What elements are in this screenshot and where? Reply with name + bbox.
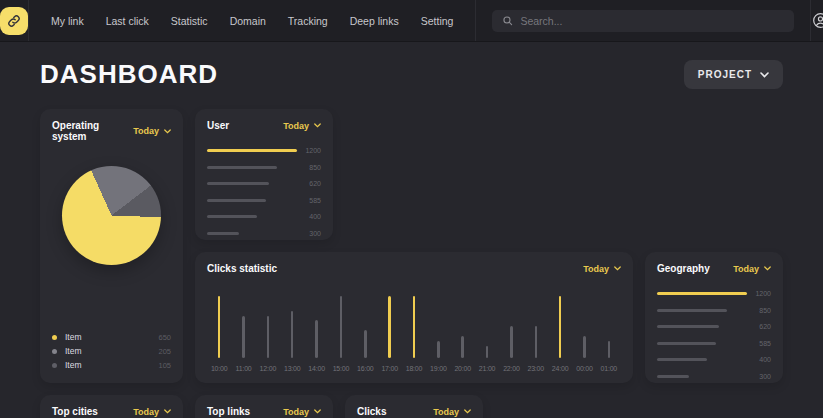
legend-dot (52, 349, 57, 354)
vbar-column: 22:00 (499, 326, 523, 372)
period-label: Today (133, 407, 159, 417)
project-button[interactable]: PROJECT (684, 60, 783, 89)
bar-value: 585 (297, 197, 321, 204)
chevron-down-icon (314, 123, 321, 128)
bar (583, 336, 586, 358)
search-zone (476, 0, 810, 41)
period-label: Today (583, 264, 609, 274)
vbar-column: 13:00 (280, 311, 304, 372)
project-button-label: PROJECT (698, 69, 752, 80)
legend-label: Item (65, 360, 82, 370)
bar-row: 585 (657, 340, 771, 347)
time-label: 01:00 (601, 365, 618, 372)
legend-value: 105 (158, 361, 171, 370)
bar-row: 850 (657, 307, 771, 314)
time-label: 15:00 (333, 365, 350, 372)
bar-row: 400 (657, 356, 771, 363)
period-dropdown[interactable]: Today (283, 407, 321, 417)
bar (207, 182, 269, 185)
time-label: 19:00 (430, 365, 447, 372)
time-label: 16:00 (357, 365, 374, 372)
vbar-column: 21:00 (475, 346, 499, 372)
period-label: Today (133, 126, 159, 136)
vbar-column: 00:00 (572, 336, 596, 372)
pie-chart (62, 166, 161, 265)
time-label: 22:00 (503, 365, 520, 372)
card-title: Top links (207, 406, 250, 417)
account-button[interactable] (810, 0, 823, 41)
vbar-column: 10:00 (207, 296, 231, 372)
card-title: Operating system (52, 120, 133, 142)
period-label: Today (283, 121, 309, 131)
nav-item[interactable]: Domain (230, 15, 266, 27)
bar-value: 620 (747, 323, 771, 330)
nav-item[interactable]: Statistic (171, 15, 208, 27)
vbar-column: 12:00 (256, 316, 280, 372)
bar (657, 342, 716, 345)
period-dropdown[interactable]: Today (133, 407, 171, 417)
bar (461, 336, 464, 358)
search[interactable] (492, 10, 794, 32)
period-label: Today (433, 407, 459, 417)
bar (207, 166, 277, 169)
cards-grid: Operating system Today Item 650 (40, 109, 783, 418)
period-dropdown[interactable]: Today (283, 121, 321, 131)
time-label: 20:00 (454, 365, 471, 372)
chevron-down-icon (164, 129, 171, 134)
period-dropdown[interactable]: Today (133, 126, 171, 136)
vbar-column: 16:00 (353, 330, 377, 372)
time-label: 17:00 (381, 365, 398, 372)
card-clicks-statistic: Clicks statistic Today 10:00 11:00 (195, 252, 633, 383)
time-label: 10:00 (211, 365, 228, 372)
bar-value: 400 (747, 356, 771, 363)
card-top-links: Top links Today 1200 850 (195, 395, 333, 418)
bar-value: 850 (747, 307, 771, 314)
nav-item[interactable]: Last click (106, 15, 149, 27)
search-icon (502, 15, 513, 26)
card-title: User (207, 120, 229, 131)
bar-row: 620 (657, 323, 771, 330)
bar (657, 358, 707, 361)
nav-item[interactable]: Deep links (350, 15, 399, 27)
bar (207, 149, 297, 152)
period-dropdown[interactable]: Today (583, 264, 621, 274)
bar (207, 232, 239, 235)
nav-item[interactable]: My link (51, 15, 84, 27)
logo[interactable] (0, 7, 28, 35)
bar-row: 300 (657, 373, 771, 380)
legend-dot (52, 363, 57, 368)
bar (657, 292, 747, 295)
vbar-column: 17:00 (377, 296, 401, 372)
card-top-cities: Top cities Today 1200 850 (40, 395, 183, 418)
bar (267, 316, 270, 358)
time-label: 11:00 (236, 365, 252, 372)
link-icon (7, 14, 21, 28)
legend-label: Item (65, 346, 82, 356)
card-title: Geography (657, 263, 710, 274)
vbar-column: 11:00 (231, 316, 255, 372)
bar-row: 585 (207, 197, 321, 204)
bar-row: 1200 (207, 147, 321, 154)
bar (510, 326, 513, 358)
nav-item[interactable]: Setting (421, 15, 454, 27)
bar-row: 300 (207, 230, 321, 237)
nav-item[interactable]: Tracking (288, 15, 328, 27)
time-label: 14:00 (308, 365, 325, 372)
page-head: DASHBOARD PROJECT (40, 59, 783, 90)
bar (218, 296, 221, 358)
bar-value: 620 (297, 180, 321, 187)
chevron-down-icon (614, 266, 621, 271)
bar (242, 316, 245, 358)
main-nav: My link Last click Statistic Domain Trac… (29, 0, 476, 41)
period-dropdown[interactable]: Today (733, 264, 771, 274)
card-geography: Geography Today 1200 850 (645, 252, 783, 383)
chevron-down-icon (764, 266, 771, 271)
legend-dot (52, 335, 57, 340)
vbar-chart: 10:00 11:00 12:00 13:00 (207, 287, 621, 372)
logo-wrap (0, 0, 29, 41)
chevron-down-icon (464, 409, 471, 414)
period-dropdown[interactable]: Today (433, 407, 471, 417)
search-input[interactable] (520, 15, 784, 27)
card-clicks: Clicks Today 1200 850 (345, 395, 483, 418)
chevron-down-icon (314, 409, 321, 414)
